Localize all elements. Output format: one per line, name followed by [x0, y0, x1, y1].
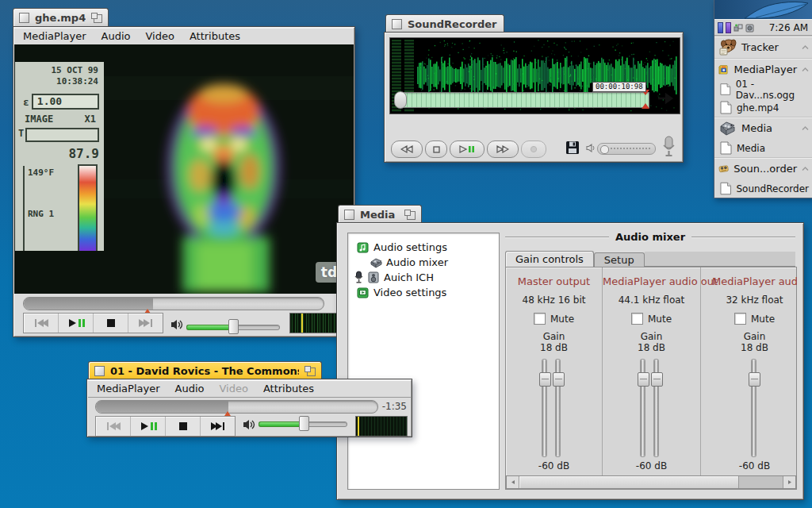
deskbar-item-media-document[interactable]: Media	[714, 139, 812, 157]
chevron-up-icon	[802, 67, 809, 72]
position-left-cap[interactable]	[394, 91, 407, 109]
next-button[interactable]	[201, 417, 235, 436]
scrollbar-thumb[interactable]	[519, 476, 739, 488]
deskbar-item-label: Soun...order	[733, 163, 797, 175]
mute-checkbox[interactable]	[734, 313, 746, 325]
close-icon[interactable]	[344, 210, 354, 220]
menu-video[interactable]: Video	[145, 30, 174, 42]
channel-strip-master: Master output 48 kHz 16 bit Mute Gain 18…	[506, 267, 602, 476]
strip-format: 32 kHz float	[712, 294, 797, 306]
mute-label: Mute	[648, 314, 672, 325]
deskbar-item-ogg-document[interactable]: 01 - Dav...ns.ogg	[714, 80, 812, 98]
record-button[interactable]	[521, 140, 546, 158]
clock[interactable]: 7:26 AM	[769, 22, 810, 33]
deskbar-item-label: SoundRecorder	[736, 183, 809, 194]
stop-button[interactable]	[166, 417, 201, 436]
tree-item-auich-ich[interactable]: Auich ICH	[348, 270, 499, 285]
scroll-right-icon[interactable]	[783, 476, 795, 488]
tab-gain-controls[interactable]: Gain controls	[505, 251, 594, 267]
menu-mediaplayer[interactable]: MediaPlayer	[97, 383, 160, 394]
stop-button[interactable]	[425, 140, 447, 158]
mixer-tabstrip: Gain controls Setup	[505, 250, 795, 267]
speaker-icon	[586, 144, 596, 152]
loop-arrow-icon[interactable]	[657, 93, 675, 104]
media-preferences-icon	[718, 119, 737, 137]
deskbar-item-label: MediaPlayer	[734, 64, 798, 75]
close-icon[interactable]	[19, 13, 29, 23]
fast-forward-button[interactable]	[487, 140, 519, 158]
zoom-window-icon[interactable]	[404, 210, 416, 220]
close-icon[interactable]	[94, 366, 105, 376]
gain-fader[interactable]	[749, 372, 760, 387]
process-monitor-icon[interactable]	[726, 22, 731, 33]
previous-button[interactable]	[24, 314, 59, 333]
menu-audio[interactable]: Audio	[102, 30, 131, 42]
microphone-icon[interactable]	[662, 136, 676, 158]
stop-button[interactable]	[94, 314, 128, 333]
monitor-volume-slider[interactable]	[597, 143, 656, 155]
tree-item-label: Video settings	[373, 287, 446, 298]
mixer-horizontal-scrollbar[interactable]	[506, 475, 796, 489]
be-menu[interactable]	[714, 0, 812, 19]
previous-button[interactable]	[96, 417, 131, 436]
soundrecorder-titlebar[interactable]: SoundRecorder	[385, 14, 504, 33]
save-icon[interactable]	[565, 140, 580, 155]
process-monitor-icon[interactable]	[718, 22, 723, 33]
gain-fader-right[interactable]	[651, 372, 663, 387]
play-pause-button[interactable]	[450, 140, 485, 158]
record-position-bar[interactable]	[397, 92, 649, 108]
seek-bar[interactable]	[23, 297, 324, 310]
tree-item-video-settings[interactable]: Video settings	[348, 285, 499, 300]
speaker-icon	[243, 419, 255, 430]
ghe-window: MediaPlayer Audio Video Attributes	[13, 26, 355, 337]
deskbar-item-soundrecorder-document[interactable]: SoundRecorder	[714, 179, 812, 198]
scroll-left-icon[interactable]	[507, 476, 519, 488]
chevron-up-icon	[802, 126, 809, 131]
tab-setup[interactable]: Setup	[594, 252, 645, 267]
gain-fader-left[interactable]	[638, 372, 649, 387]
next-button[interactable]	[128, 314, 163, 333]
volume-slider[interactable]	[259, 414, 347, 433]
menu-audio[interactable]: Audio	[175, 383, 205, 394]
seek-bar[interactable]	[95, 400, 378, 414]
deskbar-item-mediaplayer[interactable]: MediaPlayer	[714, 58, 812, 80]
deskbar-item-label: Media	[741, 122, 772, 134]
deskbar-item-media[interactable]: Media	[714, 117, 812, 139]
play-pause-button[interactable]	[59, 314, 94, 333]
ghe-window-titlebar[interactable]: ghe.mp4	[13, 8, 109, 26]
volume-tray-icon[interactable]	[745, 23, 756, 33]
mute-checkbox[interactable]	[631, 313, 643, 325]
video-display: td 15 OCT 99 10:38:24 ε 1.00 IMAGE X1 T …	[14, 44, 354, 294]
gain-top-value: 18 dB	[712, 342, 797, 353]
david-window-titlebar[interactable]: 01 - David Rovics - The Commons.ogg	[88, 361, 322, 379]
chevron-up-icon	[802, 167, 809, 171]
tray-mini-icon[interactable]	[733, 23, 743, 33]
deskbar-tray: 7:26 AM	[714, 19, 812, 36]
deskbar-item-label: Tracker	[741, 41, 779, 53]
menu-attributes[interactable]: Attributes	[263, 383, 314, 394]
flir-image-label: IMAGE	[25, 114, 53, 125]
position-marker-bottom-icon[interactable]	[642, 103, 649, 109]
menu-attributes[interactable]: Attributes	[190, 30, 240, 42]
tree-item-audio-mixer[interactable]: Audio mixer	[348, 255, 499, 270]
play-pause-button[interactable]	[131, 417, 166, 436]
zoom-window-icon[interactable]	[304, 366, 316, 376]
mute-checkbox[interactable]	[534, 313, 546, 325]
gain-fader-left[interactable]	[539, 372, 551, 387]
menu-video: Video	[219, 383, 247, 394]
deskbar-item-ghe-document[interactable]: ghe.mp4	[714, 98, 812, 117]
time-remaining: -1:35	[382, 401, 407, 412]
rewind-button[interactable]	[391, 140, 423, 158]
document-icon	[720, 182, 731, 195]
deskbar-item-soundrecorder[interactable]: Soun...order	[714, 157, 812, 179]
volume-slider[interactable]	[186, 317, 280, 336]
menu-mediaplayer[interactable]: MediaPlayer	[23, 30, 86, 42]
soundrecorder-window: 00:00:10:98	[384, 32, 684, 163]
deskbar-item-tracker[interactable]: Tracker	[714, 36, 812, 58]
zoom-window-icon[interactable]	[91, 13, 102, 23]
tree-item-audio-settings[interactable]: Audio settings	[348, 240, 499, 255]
window-title: SoundRecorder	[408, 18, 497, 30]
gain-fader-right[interactable]	[553, 372, 565, 387]
media-window-titlebar[interactable]: Media	[338, 205, 422, 223]
close-icon[interactable]	[392, 19, 402, 29]
